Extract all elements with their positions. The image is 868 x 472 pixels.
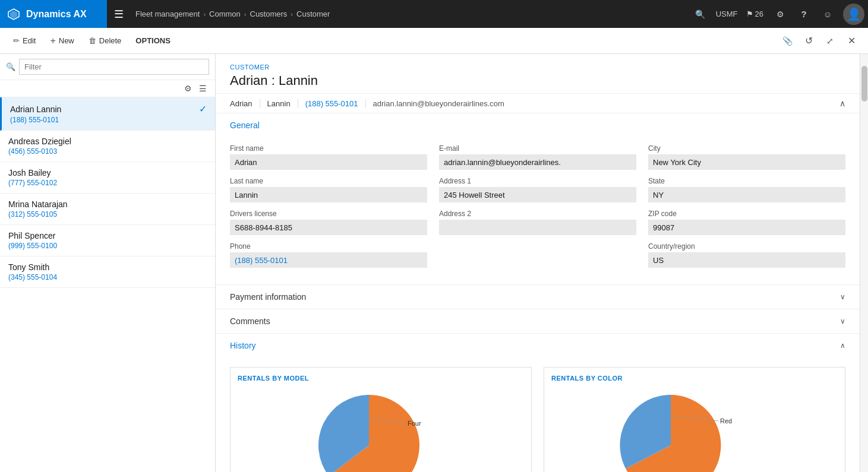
customer-name-5: Tony Smith — [8, 262, 49, 272]
payment-section-title: Payment information — [230, 292, 306, 302]
refresh-button[interactable]: ↺ — [799, 31, 818, 50]
address2-input[interactable] — [439, 220, 636, 235]
avatar-icon: 👤 — [847, 7, 861, 21]
customer-item-5[interactable]: Tony Smith (345) 555-0104 — [0, 256, 215, 288]
customer-name-1: Andreas Dziegiel — [8, 137, 71, 146]
customer-phone-3: (312) 555-0105 — [8, 210, 207, 218]
zip-code-input[interactable]: 99087 — [648, 220, 845, 235]
phone-label: Phone — [230, 242, 427, 251]
user-menu-button[interactable]: ☺ — [816, 0, 839, 28]
settings-button[interactable]: ⚙ — [768, 0, 792, 28]
new-icon: + — [50, 36, 55, 46]
help-button[interactable]: ? — [792, 0, 816, 28]
history-section-header[interactable]: History ∧ — [216, 334, 860, 357]
rentals-by-model-chart: RENTALS BY MODEL — [230, 367, 532, 472]
breadcrumb-customer[interactable]: Customer — [296, 9, 330, 18]
menu-button[interactable]: ☰ — [107, 0, 131, 28]
flag-icon: ⚑ — [746, 9, 753, 18]
close-button[interactable]: ✕ — [842, 31, 861, 50]
last-name-group: Last name Lannin — [230, 177, 427, 202]
detail-label: CUSTOMER — [230, 64, 845, 71]
customer-name-4: Phil Spencer — [8, 231, 55, 240]
customer-item-1[interactable]: Andreas Dziegiel (456) 555-0103 — [0, 131, 215, 162]
city-input[interactable]: New York City — [648, 154, 845, 170]
detail-header: CUSTOMER Adrian : Lannin — [216, 54, 860, 94]
settings-icon: ⚙ — [777, 9, 784, 19]
search-icon: 🔍 — [695, 9, 705, 19]
avatar: 👤 — [843, 4, 864, 25]
state-label: State — [648, 177, 845, 185]
first-name-input[interactable]: Adrian — [230, 154, 427, 170]
attach-button[interactable]: 📎 — [778, 31, 797, 50]
expand-button[interactable]: ⤢ — [820, 31, 839, 50]
comments-section: Comments ∨ — [216, 309, 860, 334]
phone-input[interactable]: (188) 555-0101 — [230, 252, 427, 268]
app-brand[interactable]: Dynamics AX — [0, 0, 107, 28]
state-input[interactable]: NY — [648, 187, 845, 202]
payment-section-header[interactable]: Payment information ∨ — [216, 285, 860, 309]
app-title: Dynamics AX — [26, 9, 87, 20]
edit-label: Edit — [23, 36, 36, 45]
customer-phone-2: (777) 555-0102 — [8, 179, 207, 187]
rentals-by-color-chart: RENTALS BY COLOR Red — [544, 367, 845, 472]
general-section-title: General — [230, 121, 260, 130]
list-filter-btn[interactable]: ⚙ — [181, 83, 195, 94]
delete-button[interactable]: 🗑 Delete — [83, 31, 128, 50]
new-button[interactable]: + New — [44, 31, 80, 50]
customer-item-2[interactable]: Josh Bailey (777) 555-0102 — [0, 162, 215, 194]
history-section: History ∧ RENTALS BY MODEL — [216, 334, 860, 472]
close-icon: ✕ — [848, 35, 856, 46]
comments-chevron-icon: ∨ — [840, 317, 845, 325]
payment-section: Payment information ∨ — [216, 285, 860, 309]
comments-section-header[interactable]: Comments ∨ — [216, 309, 860, 333]
zip-code-group: ZIP code 99087 — [648, 210, 845, 235]
info-last-name: Lannin — [260, 99, 298, 108]
country-input[interactable]: US — [648, 252, 845, 268]
red-label: Red — [720, 417, 732, 425]
address1-label: Address 1 — [439, 177, 636, 185]
address2-group: Address 2 — [439, 210, 636, 235]
user-face-icon: ☺ — [823, 9, 832, 19]
help-icon: ? — [801, 9, 806, 19]
filter-input[interactable] — [19, 59, 209, 75]
topbar: Dynamics AX ☰ Fleet management › Common … — [0, 0, 868, 28]
edit-button[interactable]: ✏ Edit — [7, 31, 42, 50]
first-name-group: First name Adrian — [230, 144, 427, 170]
comments-section-title: Comments — [230, 316, 270, 326]
list-controls: ⚙ ☰ — [0, 80, 215, 97]
address2-label: Address 2 — [439, 210, 636, 218]
info-bar-chevron-icon[interactable]: ∧ — [839, 99, 845, 108]
email-input[interactable]: adrian.lannin@blueyonderairlines. — [439, 154, 636, 170]
customer-header-3: Mrina Natarajan — [8, 199, 207, 209]
flag-count-area[interactable]: ⚑ 26 — [741, 9, 768, 18]
address1-input[interactable]: 245 Howell Street — [439, 187, 636, 202]
customer-item-4[interactable]: Phil Spencer (999) 555-0100 — [0, 225, 215, 256]
address1-group: Address 1 245 Howell Street — [439, 177, 636, 202]
email-label: E-mail — [439, 144, 636, 153]
list-menu-btn[interactable]: ☰ — [195, 83, 210, 94]
attach-icon: 📎 — [782, 36, 793, 46]
customer-name-2: Josh Bailey — [8, 168, 51, 178]
last-name-input[interactable]: Lannin — [230, 187, 427, 202]
drivers-license-input[interactable]: S688-8944-8185 — [230, 220, 427, 235]
general-section: General First name Adrian E-mail adrian.… — [216, 113, 860, 285]
usmf-label: USMF — [712, 9, 741, 18]
zip-code-label: ZIP code — [648, 210, 845, 218]
topbar-right: 🔍 USMF ⚑ 26 ⚙ ? ☺ 👤 — [689, 0, 868, 28]
customer-item-3[interactable]: Mrina Natarajan (312) 555-0105 — [0, 194, 215, 225]
options-button[interactable]: OPTIONS — [130, 31, 176, 50]
customer-item-0[interactable]: Adrian Lannin ✓ (188) 555-0101 — [0, 97, 215, 131]
customer-header-5: Tony Smith — [8, 262, 207, 272]
breadcrumb-common[interactable]: Common — [209, 9, 241, 18]
scrollbar[interactable] — [860, 54, 868, 472]
info-phone: (188) 555-0101 — [298, 99, 366, 108]
expand-icon: ⤢ — [826, 36, 834, 46]
search-button[interactable]: 🔍 — [689, 0, 712, 28]
general-section-header[interactable]: General — [216, 113, 860, 137]
breadcrumb-sep-1: › — [203, 11, 206, 18]
phone-group: Phone (188) 555-0101 — [230, 242, 427, 268]
breadcrumb-fleet[interactable]: Fleet management — [135, 9, 200, 18]
edit-icon: ✏ — [13, 36, 20, 45]
refresh-icon: ↺ — [805, 35, 813, 46]
breadcrumb-customers[interactable]: Customers — [250, 9, 288, 18]
